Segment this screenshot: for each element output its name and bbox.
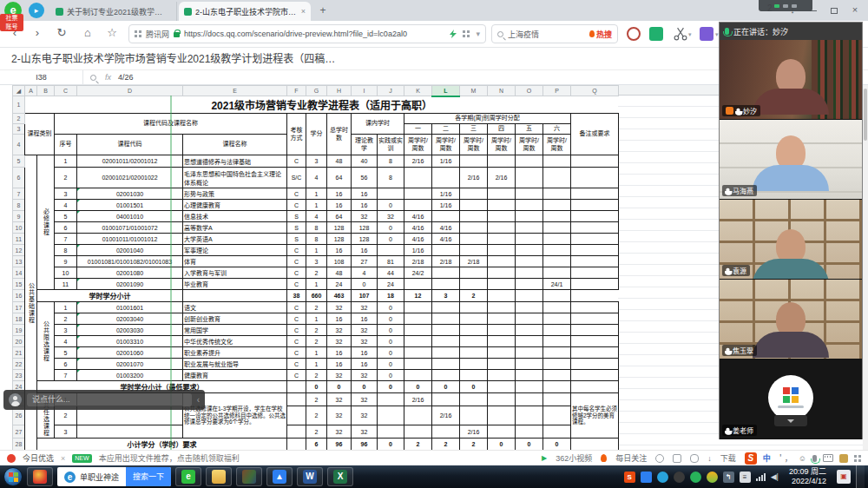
table-cell[interactable]: 1 [55, 155, 77, 168]
table-cell[interactable]: 2 [432, 439, 460, 451]
table-cell[interactable]: C [287, 325, 306, 336]
course-name-cell[interactable]: 语文 [183, 302, 287, 313]
table-cell[interactable] [488, 234, 516, 245]
taskbar-word-icon[interactable]: W [297, 467, 323, 486]
table-cell[interactable]: 96 [352, 439, 378, 451]
course-code-cell[interactable]: 02001030 [77, 188, 183, 200]
course-code-cell[interactable]: 01001011/01001012 [77, 234, 183, 245]
table-cell[interactable] [404, 279, 432, 290]
table-cell[interactable] [460, 155, 488, 168]
row-header-17[interactable]: 17 [13, 302, 25, 313]
table-cell[interactable]: 1/16 [432, 188, 460, 200]
table-cell[interactable]: 4/16 [432, 222, 460, 234]
network-icon[interactable] [756, 472, 766, 481]
table-cell[interactable] [571, 439, 619, 451]
table-cell[interactable] [460, 336, 488, 347]
table-cell[interactable] [543, 188, 571, 200]
table-cell[interactable]: 6 [55, 222, 77, 234]
table-cell[interactable]: 12 [404, 290, 432, 302]
table-cell[interactable]: 0 [516, 439, 543, 451]
table-cell[interactable] [432, 211, 460, 222]
table-cell[interactable]: 7 [55, 234, 77, 245]
row-header-16[interactable]: 16 [13, 290, 25, 302]
course-name-cell[interactable]: 思想道德修养与法律基础 [183, 155, 287, 168]
course-name-cell[interactable]: 职业发展与就业指导 [183, 359, 287, 370]
table-cell[interactable]: 3 [306, 256, 327, 267]
row-header-21[interactable]: 21 [13, 347, 25, 359]
course-name-cell[interactable]: 入学教育与军训 [183, 267, 287, 279]
qr-code-icon[interactable] [463, 30, 470, 37]
table-cell[interactable]: 48 [327, 155, 352, 168]
column-header-F[interactable]: F [287, 86, 306, 96]
download-label[interactable]: 下载 [720, 452, 736, 464]
column-header-M[interactable]: M [460, 86, 488, 96]
start-button[interactable] [3, 467, 23, 486]
table-cell[interactable]: 0 [327, 381, 352, 393]
keyboard-icon[interactable] [823, 454, 833, 462]
table-cell[interactable] [460, 406, 488, 425]
table-cell[interactable]: C [287, 347, 306, 359]
row-header-15[interactable]: 15 [13, 279, 25, 290]
table-cell[interactable]: C [287, 256, 306, 267]
table-cell[interactable] [488, 425, 516, 439]
table-cell[interactable]: 16 [327, 200, 352, 211]
course-code-cell[interactable]: 02001011/02001012 [77, 155, 183, 168]
taskbar-excel-icon[interactable]: X [327, 467, 353, 486]
table-cell[interactable]: 32 [352, 336, 378, 347]
table-cell[interactable] [378, 245, 404, 256]
course-name-cell[interactable]: 中华优秀传统文化 [183, 336, 287, 347]
table-cell[interactable] [488, 245, 516, 256]
table-cell[interactable]: 16 [352, 188, 378, 200]
table-cell[interactable] [404, 370, 432, 381]
participant-tile[interactable]: 焦玉翠 [720, 280, 862, 359]
table-cell[interactable] [404, 406, 432, 425]
table-cell[interactable]: 2 [306, 425, 327, 439]
table-cell[interactable] [516, 347, 543, 359]
row-header-6[interactable]: 6 [13, 168, 25, 188]
table-cell[interactable]: 2/18 [460, 256, 488, 267]
table-cell[interactable]: 0 [378, 302, 404, 313]
table-cell[interactable] [571, 222, 619, 234]
table-cell[interactable] [516, 370, 543, 381]
table-cell[interactable]: 24/2 [404, 267, 432, 279]
table-cell[interactable] [77, 425, 183, 439]
table-cell[interactable]: 0 [352, 381, 378, 393]
table-cell[interactable]: 2 [306, 370, 327, 381]
table-cell[interactable]: 0 [378, 336, 404, 347]
table-cell[interactable]: 128 [352, 222, 378, 234]
table-cell[interactable]: 32 [352, 370, 378, 381]
column-header-I[interactable]: I [352, 86, 378, 96]
ad-text[interactable]: 本应用出现文件推荐，点击随机领取福利 [99, 452, 240, 464]
table-cell[interactable] [432, 425, 460, 439]
table-cell[interactable]: 24 [378, 279, 404, 290]
taskbar-tencent-docs-icon[interactable]: ▲ [266, 467, 293, 486]
table-cell[interactable] [543, 222, 571, 234]
search-query[interactable]: 上海疫情 [508, 29, 539, 40]
row-header-4[interactable]: 4 [13, 135, 25, 155]
table-cell[interactable]: 0 [543, 439, 571, 451]
docs-tray-icon[interactable] [641, 472, 652, 483]
table-cell[interactable] [488, 336, 516, 347]
table-cell[interactable]: 3 [306, 155, 327, 168]
table-cell[interactable] [488, 256, 516, 267]
table-cell[interactable]: 7 [55, 370, 77, 381]
table-cell[interactable]: 16 [352, 245, 378, 256]
row-header-9[interactable]: 9 [13, 211, 25, 222]
course-name-cell[interactable]: 大学英语A [183, 234, 287, 245]
table-cell[interactable] [516, 222, 543, 234]
table-cell[interactable]: 11 [55, 279, 77, 290]
table-cell[interactable]: 8 [378, 168, 404, 188]
table-cell[interactable] [488, 200, 516, 211]
column-header-D[interactable]: D [77, 86, 183, 96]
table-cell[interactable] [543, 200, 571, 211]
row-header-18[interactable]: 18 [13, 313, 25, 325]
course-code-cell[interactable]: 01003310 [77, 336, 183, 347]
table-cell[interactable]: S/C [287, 168, 306, 188]
table-cell[interactable]: 8 [306, 222, 327, 234]
row-header-28[interactable]: 28 [13, 439, 25, 451]
ad-brand-label[interactable]: 今日优选 [23, 452, 54, 464]
table-cell[interactable]: 1 [306, 313, 327, 325]
table-cell[interactable] [516, 168, 543, 188]
table-cell[interactable] [488, 211, 516, 222]
maximize-button[interactable] [826, 3, 842, 16]
